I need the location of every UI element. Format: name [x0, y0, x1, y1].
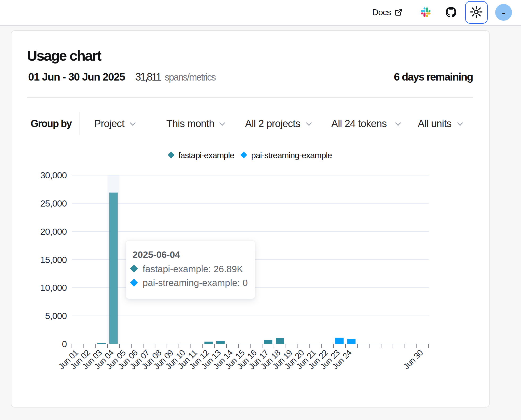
svg-text:0: 0: [62, 339, 67, 349]
svg-text:15,000: 15,000: [40, 255, 67, 265]
svg-text:30,000: 30,000: [40, 170, 67, 180]
svg-text:25,000: 25,000: [40, 198, 67, 208]
svg-text:20,000: 20,000: [40, 226, 67, 237]
svg-text:10,000: 10,000: [40, 283, 67, 293]
svg-text:5,000: 5,000: [45, 311, 67, 321]
svg-text:Jun 30: Jun 30: [402, 348, 425, 371]
